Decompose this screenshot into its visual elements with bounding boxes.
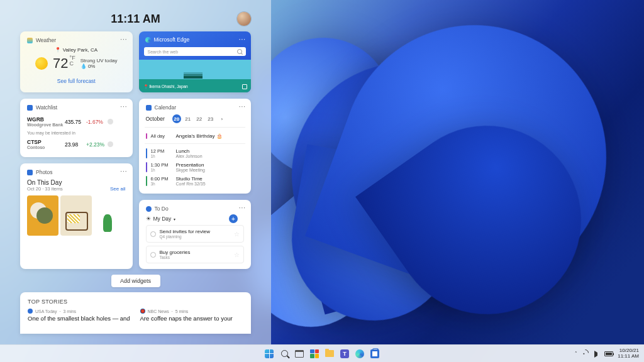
- taskbar-clock[interactable]: 10/20/2111:11 AM: [618, 348, 639, 359]
- search-icon: [237, 49, 242, 54]
- more-icon[interactable]: ···: [120, 36, 127, 43]
- store-button[interactable]: [369, 348, 380, 359]
- stock-row[interactable]: WGRBWoodgrove Bank 435.75 -1.67%: [27, 114, 126, 129]
- calendar-date-strip[interactable]: October 20 21 22 23 ›: [146, 114, 245, 123]
- calendar-widget[interactable]: Calendar ··· October 20 21 22 23 › All d…: [139, 99, 252, 194]
- volume-icon[interactable]: [593, 349, 600, 358]
- edge-widget[interactable]: Microsoft Edge ··· Search the web 📍 Ikem…: [139, 31, 252, 92]
- tray-overflow-button[interactable]: ˄: [575, 351, 577, 356]
- add-widgets-button[interactable]: Add widgets: [111, 275, 160, 287]
- chevron-right-icon[interactable]: ›: [218, 114, 226, 123]
- weather-temp: 72: [53, 55, 68, 72]
- more-icon[interactable]: ···: [120, 104, 127, 110]
- weather-condition: Strong UV today: [80, 58, 118, 63]
- news-heading: TOP STORIES: [28, 299, 243, 305]
- weather-icon: [27, 38, 33, 43]
- widgets-panel: 11:11 AM Weather ··· 📍 Valley Park, CA 7…: [0, 0, 271, 344]
- wifi-icon[interactable]: [582, 349, 589, 358]
- add-task-button[interactable]: +: [229, 214, 238, 223]
- watchlist-hint: You may be interested in: [27, 129, 126, 137]
- todo-task[interactable]: Buy groceriesTasks☆: [146, 246, 245, 263]
- weather-precip: 💧 0%: [80, 63, 118, 69]
- todo-task[interactable]: Send invites for reviewQ4 planning☆: [146, 225, 245, 243]
- widget-title: Calendar: [155, 104, 177, 111]
- photos-widget[interactable]: Photos ··· On This DayOct 20 · 33 items …: [20, 163, 133, 269]
- widget-title: To Do: [155, 206, 169, 212]
- news-section: TOP STORIES USA Today · 3 mins One of th…: [20, 292, 251, 334]
- edge-icon: [145, 37, 151, 43]
- checkbox-icon[interactable]: [150, 252, 156, 258]
- sparkline-icon: [108, 141, 113, 147]
- calendar-icon: [146, 105, 152, 111]
- temp-unit[interactable]: °FC: [70, 55, 75, 67]
- photo-thumb[interactable]: [27, 195, 58, 236]
- photos-icon: [27, 170, 33, 175]
- checkbox-icon[interactable]: [150, 231, 156, 237]
- widget-title: Watchlist: [36, 104, 57, 111]
- battery-icon[interactable]: [604, 351, 613, 357]
- star-icon[interactable]: ☆: [234, 231, 240, 238]
- more-icon[interactable]: ···: [239, 205, 246, 211]
- source-icon: [28, 309, 33, 314]
- more-icon[interactable]: ···: [239, 36, 246, 43]
- stocks-icon: [27, 105, 33, 111]
- todo-widget[interactable]: To Do ··· ☀ My Day ▾ + Send invites for …: [139, 200, 252, 269]
- sun-icon: [35, 57, 48, 70]
- widget-title: Weather: [36, 37, 56, 43]
- more-icon[interactable]: ···: [239, 104, 246, 110]
- star-icon[interactable]: ☆: [234, 251, 240, 258]
- forecast-link[interactable]: See full forecast: [27, 78, 126, 84]
- news-item[interactable]: NBC News · 5 mins Are coffee naps the an…: [140, 309, 244, 322]
- stock-row[interactable]: CTSPContoso 23.98 +2.23%: [27, 137, 126, 151]
- task-view-button[interactable]: [294, 348, 305, 359]
- calendar-event[interactable]: 12 PM1hLunchAlex Johnson: [146, 146, 245, 160]
- expand-icon[interactable]: [242, 84, 247, 89]
- calendar-event[interactable]: 1:30 PM1hPresentationSkype Meeting: [146, 160, 245, 174]
- user-avatar[interactable]: [237, 12, 251, 26]
- news-item[interactable]: USA Today · 3 mins One of the smallest b…: [28, 309, 131, 322]
- widgets-button[interactable]: [309, 348, 320, 359]
- search-button[interactable]: [279, 348, 290, 359]
- weather-widget[interactable]: Weather ··· 📍 Valley Park, CA 72°FC Stro…: [20, 31, 133, 92]
- source-icon: [140, 309, 145, 314]
- widget-title: Photos: [36, 169, 52, 175]
- panel-clock: 11:11 AM: [111, 13, 160, 26]
- calendar-event[interactable]: All dayAngela's Birthday 🎂: [146, 131, 245, 141]
- todo-icon: [146, 206, 152, 212]
- chevron-down-icon: ▾: [174, 217, 175, 221]
- more-icon[interactable]: ···: [120, 168, 127, 175]
- edge-image[interactable]: 📍 Ikema Ohashi, Japan: [139, 60, 252, 92]
- calendar-event[interactable]: 6:00 PM3hStudio TimeConf Rm 32/35: [146, 174, 245, 188]
- widget-title: Microsoft Edge: [154, 36, 190, 43]
- start-button[interactable]: [264, 348, 275, 359]
- see-all-link[interactable]: See all: [110, 186, 125, 192]
- sparkline-icon: [108, 119, 113, 124]
- file-explorer-button[interactable]: [324, 348, 335, 359]
- todo-list-select[interactable]: ☀ My Day ▾: [146, 216, 176, 222]
- search-web-input[interactable]: Search the web: [144, 47, 247, 56]
- photo-thumb[interactable]: [94, 195, 125, 236]
- edge-button[interactable]: [354, 348, 365, 359]
- image-caption: 📍 Ikema Ohashi, Japan: [143, 84, 188, 89]
- photos-heading: On This Day: [27, 179, 63, 186]
- photos-subtext: Oct 20 · 33 items: [27, 186, 63, 192]
- weather-location: 📍 Valley Park, CA: [27, 47, 126, 53]
- taskbar: ˄ 10/20/2111:11 AM: [0, 344, 644, 362]
- photo-thumb[interactable]: [60, 195, 92, 236]
- teams-button[interactable]: [339, 348, 350, 359]
- watchlist-widget[interactable]: Watchlist ··· WGRBWoodgrove Bank 435.75 …: [20, 99, 133, 157]
